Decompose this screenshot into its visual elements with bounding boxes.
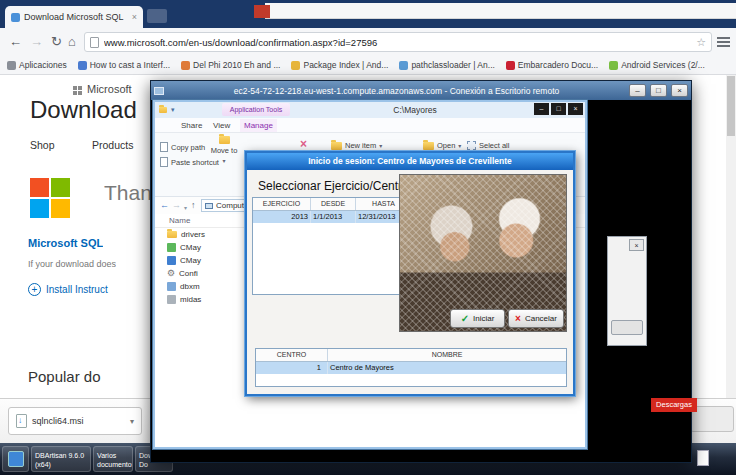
tab-favicon bbox=[11, 13, 20, 22]
tab-close-icon[interactable]: × bbox=[132, 12, 137, 22]
tab-manage[interactable]: Manage bbox=[240, 119, 277, 132]
bookmarks-bar: Aplicaciones How to cast a Interf... Del… bbox=[0, 56, 736, 75]
product-link[interactable]: Microsoft SQL bbox=[28, 237, 103, 249]
nav-link-products[interactable]: Products bbox=[92, 139, 133, 151]
background-window-strip bbox=[265, 3, 736, 19]
screen: Download Microsoft SQL × ← → ↻ ⌂ ☆ Aplic… bbox=[0, 0, 736, 475]
column-name[interactable]: Name bbox=[169, 216, 190, 225]
minimize-button[interactable]: – bbox=[534, 103, 549, 115]
tray-document-icon[interactable] bbox=[697, 450, 709, 466]
folder-icon bbox=[167, 231, 177, 238]
check-icon: ✓ bbox=[461, 313, 469, 324]
application-tools-tab[interactable]: Application Tools bbox=[222, 103, 290, 116]
bookmark-favicon bbox=[506, 61, 515, 70]
gear-icon: ⚙ bbox=[167, 269, 175, 278]
dialog-heading: Seleccionar Ejercicio/Centro bbox=[258, 179, 409, 193]
forward-icon[interactable]: → bbox=[172, 199, 181, 211]
descargas-badge[interactable]: Descargas bbox=[651, 398, 697, 412]
bookmark-favicon bbox=[291, 61, 300, 70]
col-ejercicio[interactable]: EJERCICIO bbox=[253, 198, 311, 210]
bookmark-item[interactable]: Del Phi 2010 Eh and ... bbox=[181, 60, 280, 70]
back-icon[interactable]: ← bbox=[160, 199, 169, 211]
bookmark-item[interactable]: Android Services (2/... bbox=[609, 60, 705, 70]
new-tab-button[interactable] bbox=[147, 9, 167, 23]
rdp-desktop: ▾ Application Tools C:\Mayores – □ × Sha… bbox=[151, 100, 691, 462]
quick-access-toolbar[interactable]: ▾ bbox=[159, 106, 175, 114]
exercise-row-selected[interactable]: 2013 1/1/2013 12/31/2013 bbox=[253, 211, 411, 223]
bookmark-item[interactable]: Aplicaciones bbox=[7, 60, 67, 70]
browser-tab[interactable]: Download Microsoft SQL × bbox=[5, 6, 143, 28]
tab-share[interactable]: Share bbox=[177, 119, 206, 132]
downloaded-file-name: sqlncli64.msi bbox=[32, 416, 84, 426]
url-input[interactable] bbox=[104, 37, 691, 48]
notification-badge bbox=[254, 5, 270, 18]
bookmark-item[interactable]: pathclassloader | An... bbox=[399, 60, 494, 70]
taskbar-app-button[interactable] bbox=[2, 446, 29, 472]
move-to-button[interactable]: Move to ▾ bbox=[203, 136, 245, 192]
address-bar[interactable]: ☆ bbox=[84, 32, 712, 52]
select-all-icon bbox=[467, 141, 476, 150]
bookmark-item[interactable]: Embarcadero Docu... bbox=[506, 60, 598, 70]
rdp-window: ec2-54-72-12-218.eu-west-1.compute.amazo… bbox=[150, 80, 692, 463]
back-icon[interactable]: ← bbox=[9, 34, 22, 49]
maximize-button[interactable]: □ bbox=[650, 84, 667, 97]
minimize-button[interactable]: – bbox=[629, 84, 646, 97]
copy-path-button[interactable]: Copy path bbox=[160, 142, 205, 152]
android-favicon bbox=[609, 61, 618, 70]
rdp-titlebar[interactable]: ec2-54-72-12-218.eu-west-1.compute.amazo… bbox=[151, 81, 691, 100]
move-folder-icon bbox=[219, 136, 230, 144]
taskbar-button-dbartisan[interactable]: DBArtisan 9.6.0 (x64) bbox=[31, 446, 91, 472]
computer-icon bbox=[154, 87, 164, 95]
chevron-down-icon[interactable]: ▾ bbox=[171, 106, 175, 114]
explorer-caption: ▾ Application Tools C:\Mayores – □ × bbox=[155, 102, 585, 118]
chevron-down-icon[interactable]: ▾ bbox=[184, 202, 187, 214]
close-icon[interactable]: × bbox=[629, 239, 644, 251]
col-nombre[interactable]: NOMBRE bbox=[328, 349, 566, 361]
bookmark-item[interactable]: How to cast a Interf... bbox=[78, 60, 170, 70]
scroll-thumb[interactable] bbox=[727, 76, 735, 136]
ribbon-tabs: Share View Manage bbox=[155, 118, 585, 133]
dialog-button[interactable] bbox=[611, 320, 643, 335]
open-button[interactable]: Open▾ bbox=[423, 141, 461, 150]
page-icon bbox=[90, 37, 99, 48]
forward-icon[interactable]: → bbox=[30, 34, 43, 49]
iniciar-button[interactable]: ✓ Iniciar bbox=[450, 309, 505, 328]
popular-downloads-heading: Popular do bbox=[28, 368, 101, 385]
center-row-selected[interactable]: 1 Centro de Mayores bbox=[256, 362, 566, 374]
chevron-down-icon[interactable]: ▾ bbox=[130, 417, 134, 426]
document-icon bbox=[167, 295, 176, 304]
home-icon[interactable]: ⌂ bbox=[68, 34, 76, 49]
browser-toolbar: ← → ↻ ⌂ ☆ bbox=[0, 28, 736, 56]
new-item-button[interactable]: New item▾ bbox=[331, 141, 382, 150]
select-all-button[interactable]: Select all bbox=[467, 141, 509, 150]
shortcut-icon bbox=[160, 157, 168, 167]
nav-link-shop[interactable]: Shop bbox=[30, 139, 55, 151]
browser-menu-icon[interactable] bbox=[717, 37, 730, 49]
dialog-titlebar[interactable]: Inicio de sesion: Centro de Mayores de C… bbox=[247, 153, 573, 170]
close-button[interactable]: × bbox=[671, 84, 688, 97]
tab-view[interactable]: View bbox=[209, 119, 234, 132]
login-dialog: Inicio de sesion: Centro de Mayores de C… bbox=[245, 151, 575, 396]
cancelar-button[interactable]: × Cancelar bbox=[508, 309, 564, 328]
maximize-button[interactable]: □ bbox=[551, 103, 566, 115]
site-brand[interactable]: Microsoft bbox=[87, 83, 132, 95]
download-note: If your download does bbox=[28, 259, 116, 269]
col-centro[interactable]: CENTRO bbox=[256, 349, 328, 361]
page-title: Download bbox=[30, 96, 137, 124]
app-icon bbox=[167, 243, 176, 252]
install-instructions-link[interactable]: + Install Instruct bbox=[28, 283, 108, 296]
microsoft-logo bbox=[30, 178, 70, 218]
up-icon[interactable]: ↑ bbox=[191, 199, 196, 211]
close-button[interactable]: × bbox=[568, 103, 583, 115]
clipboard-icon bbox=[160, 142, 168, 152]
taskbar-button-varios[interactable]: Varios documentos bbox=[93, 446, 133, 472]
col-desde[interactable]: DESDE bbox=[311, 198, 356, 210]
new-folder-icon bbox=[331, 142, 342, 150]
bookmark-item[interactable]: Package Index | And... bbox=[291, 60, 388, 70]
reload-icon[interactable]: ↻ bbox=[51, 34, 62, 49]
bookmark-favicon bbox=[181, 61, 190, 70]
delete-icon[interactable]: × bbox=[300, 137, 307, 151]
bookmark-star-icon[interactable]: ☆ bbox=[696, 36, 706, 49]
page-scrollbar[interactable] bbox=[726, 75, 736, 398]
downloaded-file-button[interactable]: sqlncli64.msi ▾ bbox=[8, 407, 142, 435]
